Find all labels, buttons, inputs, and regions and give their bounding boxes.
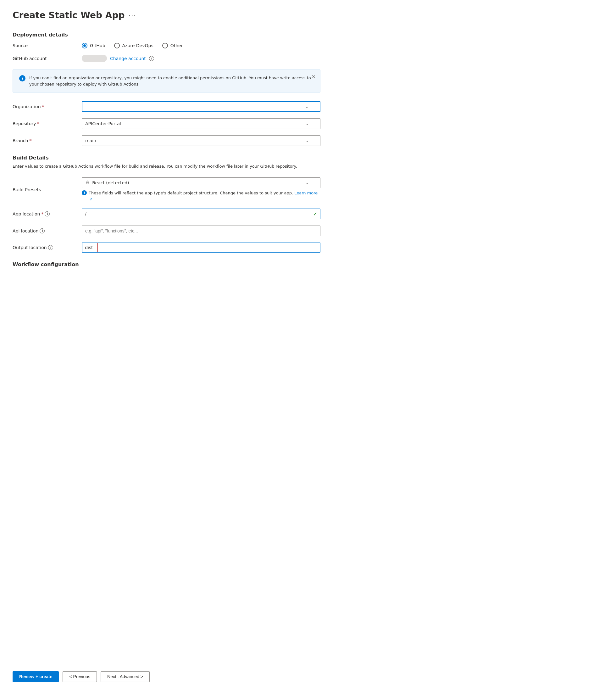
source-radio-group: GitHub Azure DevOps Other <box>82 43 321 48</box>
branch-value: main <box>85 138 306 143</box>
app-location-check-icon: ✓ <box>313 211 317 217</box>
app-location-input[interactable] <box>82 209 321 219</box>
page-title: Create Static Web App <box>13 10 125 20</box>
app-location-info-icon[interactable]: i <box>45 211 50 216</box>
app-location-label: App location <box>13 211 40 216</box>
build-presets-dropdown[interactable]: ⚛ React (detected) ⌄ <box>82 177 321 188</box>
output-location-info-icon[interactable]: i <box>48 245 53 250</box>
change-account-link[interactable]: Change account <box>110 56 146 61</box>
repository-dropdown[interactable]: APICenter-Portal ⌄ <box>82 118 321 129</box>
other-radio-circle[interactable] <box>162 43 168 48</box>
next-advanced-button[interactable]: Next : Advanced > <box>101 671 150 682</box>
github-account-info-icon[interactable]: i <box>149 56 154 61</box>
fields-note-text: These fields will reflect the app type's… <box>89 190 321 202</box>
presets-chevron-icon: ⌄ <box>306 180 309 185</box>
api-location-label: Api location <box>13 228 38 233</box>
build-description: Enter values to create a GitHub Actions … <box>13 163 321 170</box>
build-section-title: Build Details <box>13 155 321 161</box>
branch-chevron-icon: ⌄ <box>306 138 309 143</box>
app-location-input-wrapper: ✓ <box>82 209 321 219</box>
app-location-required-star: * <box>41 211 43 216</box>
workflow-section-title: Workflow configuration <box>13 261 321 267</box>
previous-button[interactable]: < Previous <box>63 671 97 682</box>
organization-dropdown[interactable]: ⌄ <box>82 101 321 112</box>
azure-devops-radio-circle[interactable] <box>114 43 120 48</box>
azure-devops-radio-label: Azure DevOps <box>122 43 153 48</box>
fields-note: i These fields will reflect the app type… <box>82 190 321 202</box>
more-options-icon[interactable]: ··· <box>129 12 136 19</box>
repository-chevron-icon: ⌄ <box>306 122 309 126</box>
repository-value: APICenter-Portal <box>85 121 306 126</box>
external-link-icon: ⇗ <box>89 197 92 201</box>
react-icon: ⚛ <box>85 179 90 186</box>
organization-required-star: * <box>42 104 44 109</box>
branch-label: Branch <box>13 138 28 143</box>
api-location-info-icon[interactable]: i <box>40 228 45 233</box>
api-location-input[interactable] <box>82 226 321 236</box>
output-location-input[interactable] <box>98 243 320 252</box>
output-location-label: Output location <box>13 245 47 250</box>
source-label: Source <box>13 43 28 48</box>
source-other-radio[interactable]: Other <box>162 43 183 48</box>
github-radio-circle[interactable] <box>82 43 87 48</box>
github-radio-label: GitHub <box>90 43 105 48</box>
github-account-row: Change account i <box>82 55 321 62</box>
organization-label: Organization <box>13 104 41 109</box>
fields-note-icon: i <box>82 190 87 195</box>
info-banner-icon: i <box>19 75 25 82</box>
github-account-label: GitHub account <box>13 56 47 61</box>
github-account-pill <box>82 55 107 62</box>
source-github-radio[interactable]: GitHub <box>82 43 105 48</box>
source-azure-devops-radio[interactable]: Azure DevOps <box>114 43 153 48</box>
output-prefix-text: dist <box>85 245 93 250</box>
branch-dropdown[interactable]: main ⌄ <box>82 135 321 146</box>
other-radio-label: Other <box>171 43 183 48</box>
repository-label: Repository <box>13 121 36 126</box>
banner-close-button[interactable]: × <box>312 73 316 80</box>
build-presets-label: Build Presets <box>13 187 41 192</box>
repository-required-star: * <box>37 121 39 126</box>
info-banner: i If you can't find an organization or r… <box>13 69 321 92</box>
page-footer: Review + create < Previous Next : Advanc… <box>0 666 616 687</box>
info-banner-text: If you can't find an organization or rep… <box>29 75 314 87</box>
output-location-wrapper: dist <box>82 242 321 253</box>
branch-required-star: * <box>29 138 31 143</box>
organization-chevron-icon: ⌄ <box>305 104 308 109</box>
review-create-button[interactable]: Review + create <box>13 671 59 682</box>
deployment-section-title: Deployment details <box>13 32 321 38</box>
output-prefix: dist <box>82 243 98 252</box>
build-presets-value: React (detected) <box>92 180 129 185</box>
output-input-inner: dist <box>82 242 321 253</box>
